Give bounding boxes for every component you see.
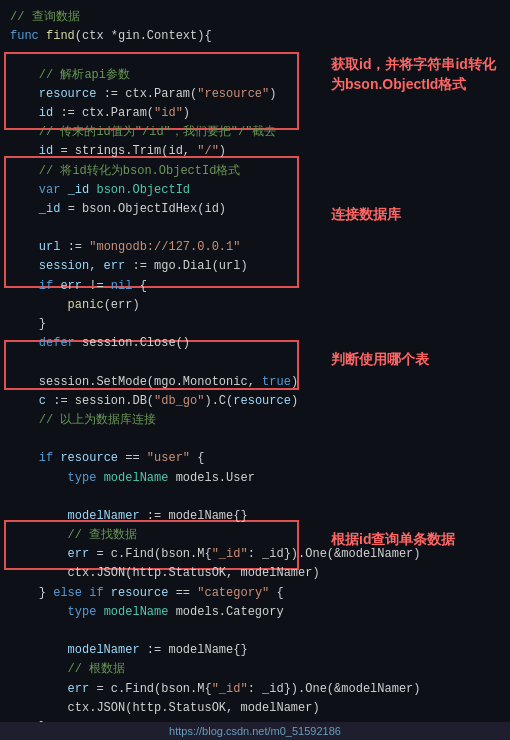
code-line-15: if err != nil { bbox=[10, 277, 300, 296]
code-line-37: ctx.JSON(http.StatusOK, modelNamer) bbox=[10, 699, 300, 718]
code-line-24: if resource == "user" { bbox=[10, 449, 300, 468]
code-line-23 bbox=[10, 430, 300, 449]
bottom-url: https://blog.csdn.net/m0_51592186 bbox=[169, 725, 341, 737]
code-line-8: id = strings.Trim(id, "/") bbox=[10, 142, 300, 161]
code-line-14: session, err := mgo.Dial(url) bbox=[10, 257, 300, 276]
code-line-32: type modelName models.Category bbox=[10, 603, 300, 622]
code-line-28: // 查找数据 bbox=[10, 526, 300, 545]
code-line-26 bbox=[10, 488, 300, 507]
code-line-19 bbox=[10, 353, 300, 372]
annotation-3: 判断使用哪个表 bbox=[331, 350, 506, 370]
code-line-36: err = c.Find(bson.M{"_id": _id}).One(&mo… bbox=[10, 680, 300, 699]
annotation-4: 根据id查询单条数据 bbox=[331, 530, 506, 550]
code-line-21: c := session.DB("db_go").C(resource) bbox=[10, 392, 300, 411]
code-line-13: url := "mongodb://127.0.0.1" bbox=[10, 238, 300, 257]
code-line-16: panic(err) bbox=[10, 296, 300, 315]
code-line-31: } else if resource == "category" { bbox=[10, 584, 300, 603]
annotation-2: 连接数据库 bbox=[331, 205, 506, 225]
code-line-34: modelNamer := modelName{} bbox=[10, 641, 300, 660]
code-line-29: err = c.Find(bson.M{"_id": _id}).One(&mo… bbox=[10, 545, 300, 564]
bottom-bar: https://blog.csdn.net/m0_51592186 bbox=[0, 722, 510, 740]
code-area: // 查询数据 func find(ctx *gin.Context){ // … bbox=[0, 0, 310, 740]
code-line-4: // 解析api参数 bbox=[10, 66, 300, 85]
code-line-12 bbox=[10, 219, 300, 238]
code-line-11: _id = bson.ObjectIdHex(id) bbox=[10, 200, 300, 219]
code-line-27: modelNamer := modelName{} bbox=[10, 507, 300, 526]
code-line-17: } bbox=[10, 315, 300, 334]
code-container: // 查询数据 func find(ctx *gin.Context){ // … bbox=[0, 0, 510, 740]
code-line-30: ctx.JSON(http.StatusOK, modelNamer) bbox=[10, 564, 300, 583]
code-line-25: type modelName models.User bbox=[10, 469, 300, 488]
code-line-33 bbox=[10, 622, 300, 641]
code-line-6: id := ctx.Param("id") bbox=[10, 104, 300, 123]
code-line-22: // 以上为数据库连接 bbox=[10, 411, 300, 430]
code-line-9: // 将id转化为bson.ObjectId格式 bbox=[10, 162, 300, 181]
code-line-2: func find(ctx *gin.Context){ bbox=[10, 27, 300, 46]
code-line-20: session.SetMode(mgo.Monotonic, true) bbox=[10, 373, 300, 392]
code-line-3 bbox=[10, 46, 300, 65]
code-line-35: // 根数据 bbox=[10, 660, 300, 679]
code-line-7: // 传来的id值为"/id"，我们要把"/"截去 bbox=[10, 123, 300, 142]
code-line-10: var _id bson.ObjectId bbox=[10, 181, 300, 200]
code-line-18: defer session.Close() bbox=[10, 334, 300, 353]
code-line-5: resource := ctx.Param("resource") bbox=[10, 85, 300, 104]
code-line-1: // 查询数据 bbox=[10, 8, 300, 27]
annotation-1: 获取id，并将字符串id转化为bson.ObjectId格式 bbox=[331, 55, 506, 94]
